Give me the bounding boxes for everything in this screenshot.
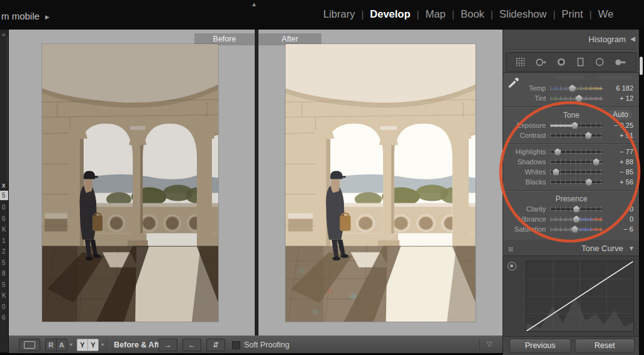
chevron-down-icon[interactable]: ▼	[628, 245, 635, 252]
panel-close-icon[interactable]: x	[2, 182, 6, 189]
slider-value[interactable]: 0	[607, 205, 633, 213]
slider-track[interactable]	[550, 125, 602, 127]
right-panel: Histogram ◀ Temp6 182Tint+ 12ToneAutoExp…	[502, 30, 639, 355]
swap-before-after-button[interactable]: ⇵	[206, 339, 225, 351]
panel-collapse-arrow-icon[interactable]: ▲	[251, 1, 257, 8]
nav-book[interactable]: Book	[454, 8, 491, 20]
history-item[interactable]: 0	[2, 303, 8, 311]
slider-track[interactable]	[550, 98, 602, 99]
slider-label: Temp	[507, 84, 546, 92]
before-photo[interactable]	[42, 44, 218, 322]
clipped-row	[599, 76, 631, 79]
spot-removal-icon[interactable]	[535, 57, 547, 67]
slider-track[interactable]	[550, 135, 602, 137]
slider-value[interactable]: − 85	[607, 168, 633, 176]
graduated-filter-icon[interactable]	[576, 57, 585, 67]
slider-ticks	[550, 179, 602, 184]
slider-ticks	[550, 86, 602, 91]
targeted-adjustment-icon[interactable]	[508, 262, 516, 271]
slider-vibrance: Vibrance0	[503, 214, 640, 224]
panel-scrollbar	[639, 30, 644, 355]
slider-value[interactable]: − 77	[607, 148, 633, 155]
history-item[interactable]: 1	[2, 237, 8, 245]
slider-clarity: Clarity0	[503, 204, 640, 214]
red-eye-correction-icon[interactable]	[556, 57, 567, 67]
after-photo[interactable]	[286, 44, 475, 322]
pane-divider	[255, 30, 258, 335]
slider-value[interactable]: − 6	[607, 225, 633, 233]
history-item[interactable]: 5	[2, 259, 8, 267]
identity-caret-icon: ▶	[45, 14, 50, 20]
slider-highlights: Highlights− 77	[503, 147, 640, 157]
collapse-left-icon[interactable]: ◀	[630, 35, 635, 42]
slider-value[interactable]: − 0,25	[607, 121, 633, 129]
slider-value[interactable]: + 88	[607, 158, 633, 166]
slider-ticks	[550, 133, 602, 138]
panel-edge	[7, 36, 8, 182]
before-after-view-button[interactable]: YY	[77, 339, 99, 351]
slider-value[interactable]: + 12	[607, 94, 633, 102]
slider-track[interactable]	[550, 228, 602, 230]
history-item[interactable]: 5	[2, 281, 8, 289]
tone-curve-plot[interactable]	[526, 261, 634, 332]
develop-toolbar: RA ▾ YY ▾ Before & After : →←⇵ Soft Proo…	[9, 335, 502, 353]
basic-slider-groups: Temp6 182Tint+ 12ToneAutoExposure− 0,25C…	[503, 83, 640, 234]
history-item[interactable]: K	[2, 226, 8, 234]
basic-panel: Temp6 182Tint+ 12ToneAutoExposure− 0,25C…	[503, 72, 640, 240]
previous-button[interactable]: Previous	[509, 339, 571, 353]
chevron-down-icon[interactable]: ▾	[70, 342, 72, 347]
slider-value[interactable]: + 56	[607, 178, 633, 186]
history-item[interactable]: 0	[2, 204, 8, 211]
compare-view-button[interactable]: RA	[45, 339, 67, 351]
copy-before-to-after-button[interactable]: →	[158, 339, 177, 351]
soft-proofing-label[interactable]: Soft Proofing	[244, 341, 289, 349]
module-picker: Library|Develop|Map|Book|Slideshow|Print…	[317, 8, 619, 20]
history-item[interactable]: 8	[2, 270, 8, 278]
slider-value[interactable]: 6 182	[607, 84, 633, 92]
crop-overlay-icon[interactable]	[515, 57, 526, 67]
group-divider	[503, 190, 640, 191]
history-item[interactable]: 6	[2, 314, 8, 322]
slider-track[interactable]	[550, 208, 602, 210]
soft-proofing-checkbox[interactable]	[232, 341, 240, 349]
slider-track[interactable]	[550, 171, 602, 173]
toolbar-options-icon[interactable]: ▽	[487, 340, 492, 348]
nav-print[interactable]: Print	[555, 8, 589, 20]
divider	[506, 49, 636, 50]
nav-slideshow[interactable]: Slideshow	[493, 8, 553, 20]
chevron-down-icon[interactable]: ▾	[101, 342, 104, 347]
loupe-view-button[interactable]	[19, 339, 40, 351]
history-item[interactable]: 2	[2, 248, 8, 256]
compare-view-area: Before After RA ▾ YY ▾ Before & After : …	[9, 30, 502, 355]
adjustment-brush-icon[interactable]	[614, 58, 627, 67]
nav-library[interactable]: Library	[317, 8, 361, 20]
group-divider	[503, 144, 640, 144]
scrollbar-thumb[interactable]	[640, 57, 643, 75]
history-item[interactable]: K	[2, 292, 8, 300]
slider-track[interactable]	[550, 87, 602, 89]
identity-plate[interactable]: m mobile▶	[1, 11, 50, 21]
copy-after-to-before-button[interactable]: ←	[182, 339, 201, 351]
before-after-letter: Y	[87, 339, 98, 351]
nav-we[interactable]: We	[592, 8, 619, 20]
tone-curve-header[interactable]: Tone Curve ▼	[503, 242, 640, 256]
slider-track[interactable]	[550, 161, 602, 163]
slider-label: Tint	[507, 94, 546, 102]
nav-develop[interactable]: Develop	[364, 8, 416, 20]
loupe-icon	[24, 341, 35, 349]
panel-toggle-switch[interactable]	[508, 246, 514, 252]
slider-track[interactable]	[550, 181, 602, 183]
slider-track[interactable]	[550, 218, 602, 220]
slider-value[interactable]: + 51	[607, 132, 633, 139]
nav-map[interactable]: Map	[419, 8, 452, 20]
history-item[interactable]: 6	[2, 215, 8, 223]
auto-button[interactable]: Auto	[609, 110, 632, 120]
section-title: Tone	[563, 111, 579, 120]
history-item-selected[interactable]: 5	[0, 191, 8, 200]
radial-filter-icon[interactable]	[594, 57, 605, 67]
histogram-header[interactable]: Histogram ◀	[503, 30, 640, 48]
reset-button[interactable]: Reset	[575, 339, 635, 353]
slider-track[interactable]	[550, 151, 602, 153]
bottom-edge	[0, 352, 9, 355]
slider-value[interactable]: 0	[607, 215, 633, 223]
